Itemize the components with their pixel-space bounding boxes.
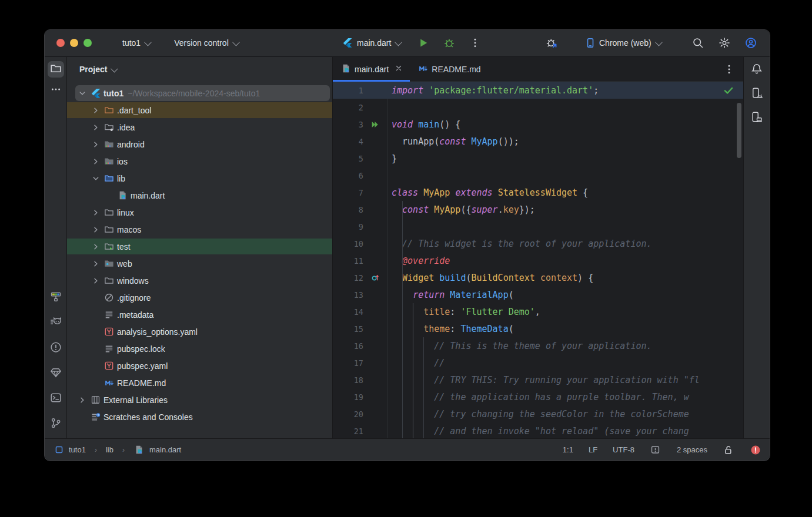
code-line-10[interactable]: 10 // This widget is the root of your ap… [333,235,743,252]
breadcrumb-item[interactable]: lib [106,445,113,454]
chevron-down-icon[interactable] [89,174,102,183]
flutter-attach-button[interactable] [546,37,557,49]
code-line-16[interactable]: 16 // This is the theme of your applicat… [333,337,743,354]
code-line-6[interactable]: 6 [333,167,743,184]
close-window-button[interactable] [56,39,65,47]
tree-item-web[interactable]: web [67,255,332,272]
device-manager-button[interactable] [748,86,765,102]
code-line-20[interactable]: 20 // try changing the seedColor in the … [333,405,743,422]
tree-item-linux[interactable]: linux [67,204,332,221]
notifications-button[interactable] [748,62,765,78]
unlock-icon[interactable] [723,444,734,456]
dart-file-icon [341,63,351,75]
chevron-right-icon[interactable] [75,395,89,405]
editor-scrollbar[interactable] [737,103,741,158]
code-line-19[interactable]: 19 // the application has a purple toolb… [333,388,743,405]
analysis-error-indicator[interactable] [750,444,761,456]
editor-options-button[interactable] [723,63,735,75]
chevron-down-icon[interactable] [75,89,89,98]
code-line-8[interactable]: 8 const MyApp({super.key}); [333,201,743,218]
code-line-1[interactable]: 1import 'package:flutter/material.dart'; [333,82,743,99]
vcs-widget-button[interactable]: Version control [171,36,242,50]
tree-item--idea[interactable]: .idea [67,119,332,136]
project-widget-button[interactable]: tuto1 [119,36,154,50]
code-line-13[interactable]: 13 return MaterialApp( [333,286,743,303]
run-configuration-selector[interactable]: main.dart [353,36,405,50]
chevron-right-icon[interactable] [89,242,102,251]
code-line-11[interactable]: 11 @override [333,252,743,269]
maximize-window-button[interactable] [83,39,92,47]
more-actions-button[interactable] [469,37,481,49]
tree-item-pubspec-lock[interactable]: pubspec.lock [67,340,332,357]
search-everywhere-button[interactable] [692,37,704,49]
device-selector[interactable]: Chrome (web) [581,35,665,51]
settings-button[interactable] [719,37,730,49]
tree-item-windows[interactable]: windows [67,272,332,289]
code-line-4[interactable]: 4 runApp(const MyApp()); [333,133,743,150]
line-ending-widget[interactable]: LF [589,445,597,454]
breadcrumb-item[interactable]: tuto1 [69,445,86,454]
chevron-right-icon[interactable] [89,140,102,149]
project-tool-window-button[interactable] [48,61,64,78]
more-tool-windows-button[interactable] [48,82,64,99]
tree-item-analysis-options-yaml[interactable]: analysis_options.yaml [67,323,332,340]
chevron-right-icon[interactable] [89,106,102,115]
account-avatar-button[interactable] [745,37,757,49]
tree-item-macos[interactable]: macos [67,221,332,238]
code-line-15[interactable]: 15 theme: ThemeData( [333,320,743,337]
code-line-18[interactable]: 18 // TRY THIS: Try running your applica… [333,371,743,388]
tree-item-pubspec-yaml[interactable]: pubspec.yaml [67,357,332,374]
minimize-window-button[interactable] [70,39,78,47]
tree-item--gitignore[interactable]: .gitignore [67,289,332,306]
run-gutter-icon[interactable] [363,120,387,129]
code-line-5[interactable]: 5} [333,150,743,167]
code-line-7[interactable]: 7class MyApp extends StatelessWidget { [333,184,743,201]
editor-tab-readme-md[interactable]: README.md [410,57,487,82]
chevron-right-icon[interactable] [89,123,102,132]
tree-item-ios[interactable]: ios [67,153,332,170]
code-line-14[interactable]: 14 title: 'Flutter Demo', [333,303,743,320]
tree-item-test[interactable]: test [67,238,332,255]
tree-item--dart-tool[interactable]: .dart_tool [67,102,332,119]
inspections-ok-icon[interactable] [723,85,734,98]
run-button[interactable] [417,37,429,49]
code-line-17[interactable]: 17 // [333,354,743,371]
editor-tab-main-dart[interactable]: main.dart [333,57,410,82]
code-line-9[interactable]: 9 [333,218,743,235]
running-devices-button[interactable] [748,110,765,126]
breadcrumb-item[interactable]: main.dart [149,445,181,454]
tree-item-android[interactable]: android [67,136,332,153]
chevron-right-icon[interactable] [89,259,102,268]
tree-item-tuto1[interactable]: tuto1~/Workspace/mobile-2024-seb/tuto1 [67,85,332,102]
version-control-tool-window-button[interactable] [48,416,64,432]
problems-tool-window-button[interactable] [48,340,64,357]
tree-item-lib[interactable]: lib [67,170,332,187]
dart-analysis-button[interactable] [48,365,64,382]
code-line-3[interactable]: 3void main() { [333,116,743,133]
debug-button[interactable] [443,37,455,49]
code-line-21[interactable]: 21 // and then invoke "hot reload" (save… [333,422,743,438]
code-line-12[interactable]: 12 Widget build(BuildContext context) { [333,269,743,286]
code-editor[interactable]: 1import 'package:flutter/material.dart';… [333,82,743,438]
encoding-widget[interactable]: UTF-8 [613,445,634,454]
reader-mode-icon[interactable] [650,444,661,456]
tree-item-main-dart[interactable]: main.dart [67,187,332,204]
structure-tool-window-button[interactable] [48,290,64,306]
chevron-right-icon[interactable] [89,157,102,166]
override-gutter-icon[interactable] [363,273,387,282]
chevron-right-icon[interactable] [89,276,102,286]
caret-position-widget[interactable]: 1:1 [563,445,573,454]
tree-item-scratches-and-consoles[interactable]: Scratches and Consoles [67,408,332,425]
indent-widget[interactable]: 2 spaces [677,445,707,454]
project-panel-title[interactable]: Project [79,65,107,74]
terminal-tool-window-button[interactable] [48,391,64,407]
flutter-inspector-button[interactable] [48,315,64,331]
code-line-2[interactable]: 2 [333,99,743,116]
chevron-right-icon[interactable] [89,208,102,217]
tree-item-readme-md[interactable]: README.md [67,374,332,391]
chevron-right-icon[interactable] [89,225,102,234]
tree-item-external-libraries[interactable]: External Libraries [67,391,332,408]
line-number: 4 [333,137,363,146]
tree-item--metadata[interactable]: .metadata [67,306,332,323]
close-tab-icon[interactable] [395,64,403,74]
